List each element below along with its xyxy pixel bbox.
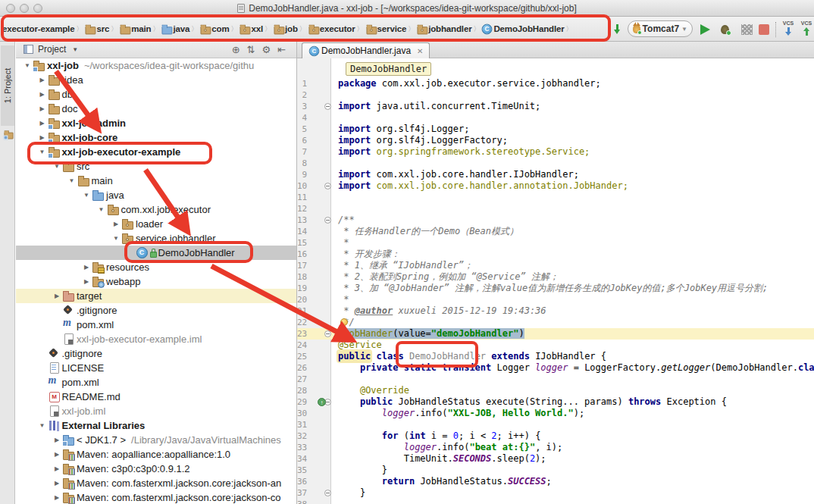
tree-item-loader[interactable]: ▶loader xyxy=(16,217,296,231)
code-line-10[interactable]: 10import com.xxl.job.core.handler.annota… xyxy=(297,180,814,192)
line-number[interactable]: 8 xyxy=(297,158,307,169)
tree-item-resources[interactable]: ▶resources xyxy=(16,260,296,274)
line-number[interactable]: 32 xyxy=(297,430,307,442)
tree-toggle[interactable]: ▶ xyxy=(52,437,62,443)
tree-item-main[interactable]: ▼main xyxy=(16,174,296,188)
code-line-8[interactable]: 8 xyxy=(297,158,814,169)
fold-marker[interactable] xyxy=(324,217,331,224)
tree-item-xxl-job-admin[interactable]: ▶xxl-job-admin xyxy=(16,116,296,130)
settings-gear-icon[interactable]: ⚙ xyxy=(261,44,271,56)
line-number[interactable]: 31 xyxy=(297,419,307,430)
breadcrumb-executor-example[interactable]: executor-example xyxy=(2,24,74,33)
tree-toggle[interactable]: ▶ xyxy=(37,134,48,141)
debug-button[interactable] xyxy=(719,23,731,35)
line-number[interactable]: 26 xyxy=(297,362,307,374)
code-line-11[interactable]: 11 xyxy=(297,192,814,203)
line-number[interactable]: 1 xyxy=(297,78,307,89)
code-line-30[interactable]: 30 logger.info("XXL-JOB, Hello World."); xyxy=(297,408,814,419)
tree-item-.gitignore[interactable]: .gitignore xyxy=(16,346,296,361)
tree-item-xxl-job-executor-example.iml[interactable]: xxl-job-executor-example.iml xyxy=(16,332,296,346)
code-line-33[interactable]: 33 logger.info("beat at:{}", i); xyxy=(297,442,814,453)
code-line-35[interactable]: 35 } xyxy=(297,465,814,476)
tree-toggle[interactable]: ▶ xyxy=(52,480,62,487)
line-number[interactable]: 11 xyxy=(297,192,307,203)
tree-toggle[interactable]: ▶ xyxy=(111,221,121,227)
vcs-update-button[interactable]: VCS xyxy=(780,20,797,36)
tree-toggle[interactable]: ▼ xyxy=(111,235,121,242)
line-number[interactable]: 3 xyxy=(297,101,307,112)
tree-item-license[interactable]: LICENSE xyxy=(16,361,296,375)
tree-toggle[interactable]: ▶ xyxy=(37,105,48,112)
tree-item-xxl-job[interactable]: ▼xxl-job~/workspaces/idea-git-workspace/… xyxy=(16,58,296,73)
code-line-37[interactable]: 37 } xyxy=(297,487,814,499)
line-number[interactable]: 25 xyxy=(297,351,307,362)
line-number[interactable]: 23 xyxy=(297,328,307,340)
breadcrumb-demojobhandler[interactable]: DemoJobHandler xyxy=(481,23,564,35)
code-line-34[interactable]: 34 TimeUnit.SECONDS.sleep(2); xyxy=(297,453,814,465)
project-panel-title[interactable]: Project ▼ xyxy=(23,44,78,55)
fold-marker[interactable] xyxy=(324,103,331,110)
tree-toggle[interactable]: ▶ xyxy=(52,494,62,501)
tree-toggle[interactable]: ▶ xyxy=(81,264,92,271)
breadcrumb-src[interactable]: src xyxy=(84,23,109,35)
line-number[interactable]: 10 xyxy=(297,180,307,192)
code-line-12[interactable]: 12 xyxy=(297,203,814,214)
code-line-14[interactable]: 14 * 任务Handler的一个Demo（Bean模式） xyxy=(297,226,814,237)
code-line-4[interactable]: 4 xyxy=(297,112,814,124)
breadcrumb-com[interactable]: com xyxy=(199,23,229,35)
line-number[interactable]: 22 xyxy=(297,317,307,328)
tree-toggle[interactable]: ▶ xyxy=(52,293,62,299)
tree-item-demojobhandler[interactable]: DemoJobHandler xyxy=(16,246,296,260)
code-line-25[interactable]: 25public class DemoJobHandler extends IJ… xyxy=(297,351,814,362)
breadcrumb-job[interactable]: job xyxy=(273,23,298,35)
tab-demojobhandler[interactable]: DemoJobHandler.java ✕ xyxy=(302,42,430,58)
tree-item-doc[interactable]: ▶doc xyxy=(16,102,296,116)
line-number[interactable]: 35 xyxy=(297,465,307,476)
line-number[interactable]: 13 xyxy=(297,214,307,226)
locate-icon[interactable]: ⊕ xyxy=(232,44,240,56)
tree-toggle[interactable]: ▼ xyxy=(81,192,92,199)
line-number[interactable]: 5 xyxy=(297,124,307,135)
run-configuration-select[interactable]: Tomcat7 ▼ xyxy=(628,20,693,37)
line-number[interactable]: 14 xyxy=(297,226,307,237)
coverage-button[interactable] xyxy=(741,24,753,35)
code-line-21[interactable]: 21 * @author xuxueli 2015-12-19 19:43:36 xyxy=(297,305,814,317)
code-line-24[interactable]: 24@Service xyxy=(297,340,814,351)
breadcrumb-service[interactable]: service xyxy=(365,23,407,35)
tree-item-xxl-job.iml[interactable]: xxl-job.iml xyxy=(16,404,296,418)
breadcrumb-main[interactable]: main xyxy=(119,23,151,35)
tree-toggle[interactable]: ▼ xyxy=(37,422,48,429)
code-line-13[interactable]: 13/** xyxy=(297,214,814,226)
tree-toggle[interactable]: ▶ xyxy=(37,91,48,98)
code-line-17[interactable]: 17 * 1、继承 “IJobHandler”； xyxy=(297,260,814,271)
line-number[interactable]: 9 xyxy=(297,169,307,180)
tree-item-com.xxl.job.executor[interactable]: ▼com.xxl.job.executor xyxy=(16,202,296,217)
line-number[interactable]: 27 xyxy=(297,374,307,385)
line-number[interactable]: 33 xyxy=(297,442,307,453)
line-number[interactable]: 37 xyxy=(297,487,307,499)
code-line-32[interactable]: 32 for (int i = 0; i < 2; i++) { xyxy=(297,430,814,442)
code-line-3[interactable]: 3import java.util.concurrent.TimeUnit; xyxy=(297,101,814,112)
intention-bulb-icon[interactable] xyxy=(340,318,348,326)
code-line-2[interactable]: 2 xyxy=(297,89,814,101)
line-number[interactable]: 12 xyxy=(297,203,307,214)
tree-toggle[interactable]: ▼ xyxy=(22,62,33,69)
tree-item-external-libraries[interactable]: ▼External Libraries xyxy=(16,418,296,433)
run-button[interactable] xyxy=(700,24,710,35)
tree-item-maven-aopalliance-aopalliance-1.0[interactable]: ▶Maven: aopalliance:aopalliance:1.0 xyxy=(16,447,296,462)
tree-item-maven-com.fasterxml.jackson.core-jackson-an[interactable]: ▶Maven: com.fasterxml.jackson.core:jacks… xyxy=(16,476,296,490)
fold-marker[interactable] xyxy=(324,490,331,496)
code-line-36[interactable]: 36 return JobHandleStatus.SUCCESS; xyxy=(297,476,814,487)
line-number[interactable]: 19 xyxy=(297,283,307,294)
line-number[interactable]: 16 xyxy=(297,249,307,260)
code-line-1[interactable]: 1package com.xxl.job.executor.service.jo… xyxy=(297,78,814,89)
tree-toggle[interactable]: ▼ xyxy=(37,149,48,155)
line-number[interactable]: 34 xyxy=(297,453,307,465)
line-number[interactable]: 18 xyxy=(297,271,307,283)
tree-toggle[interactable]: ▶ xyxy=(37,120,48,127)
tree-item--jdk1.7-[interactable]: ▶< JDK1.7 >/Library/Java/JavaVirtualMach… xyxy=(16,433,296,447)
line-number[interactable]: 6 xyxy=(297,135,307,146)
code-line-38[interactable]: 38 xyxy=(297,499,814,504)
tree-toggle[interactable]: ▶ xyxy=(52,465,62,472)
line-number[interactable]: 15 xyxy=(297,237,307,249)
